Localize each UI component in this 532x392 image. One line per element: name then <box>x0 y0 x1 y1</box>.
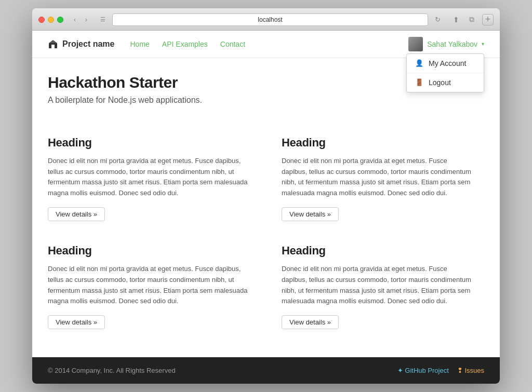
issues-link[interactable]: ❢ Issues <box>457 367 484 374</box>
card-2-text: Donec id elit non mi porta gravida at eg… <box>282 156 474 199</box>
card-1-heading: Heading <box>48 136 250 150</box>
share-button[interactable]: ⬆ <box>450 15 462 25</box>
reader-button[interactable]: ☰ <box>98 15 108 25</box>
hero-subtitle: A boilerplate for Node.js web applicatio… <box>48 96 484 105</box>
address-bar[interactable]: localhost <box>112 13 428 26</box>
nav-home[interactable]: Home <box>130 40 149 48</box>
logout-item[interactable]: 🚪 Logout <box>407 73 484 92</box>
card-2-heading: Heading <box>282 136 474 150</box>
user-menu[interactable]: Sahat Yalkabov ▾ 👤 My Account 🚪 Logout <box>408 37 484 51</box>
dropdown-arrow-icon: ▾ <box>482 41 484 47</box>
card-2-view-details-button[interactable]: View details » <box>282 207 339 221</box>
page-content: Project name Home API Examples Contact S… <box>32 31 500 384</box>
logout-icon: 🚪 <box>415 78 423 86</box>
svg-rect-2 <box>51 45 55 48</box>
nav-links: Home API Examples Contact <box>130 40 408 48</box>
card-1-view-details-button[interactable]: View details » <box>48 207 105 221</box>
nav-api-examples[interactable]: API Examples <box>162 40 208 48</box>
card-4-heading: Heading <box>282 244 474 258</box>
user-name[interactable]: Sahat Yalkabov <box>427 40 477 48</box>
brand-name: Project name <box>62 39 114 49</box>
copyright: © 2014 Company, Inc. All Rights Reserved <box>48 367 176 374</box>
card-4-text: Donec id elit non mi porta gravida at eg… <box>282 264 474 307</box>
forward-button[interactable]: › <box>81 15 91 25</box>
my-account-item[interactable]: 👤 My Account <box>407 54 484 73</box>
user-avatar <box>408 37 423 51</box>
svg-marker-1 <box>49 40 57 43</box>
content-grid: Heading Donec id elit non mi porta gravi… <box>32 115 500 357</box>
back-button[interactable]: ‹ <box>70 15 80 25</box>
card-4-view-details-button[interactable]: View details » <box>282 315 339 329</box>
traffic-lights <box>38 17 63 23</box>
refresh-button[interactable]: ↻ <box>432 15 443 25</box>
tabs-button[interactable]: ⧉ <box>466 15 478 25</box>
url-text: localhost <box>258 16 282 23</box>
footer: © 2014 Company, Inc. All Rights Reserved… <box>32 357 500 384</box>
card-4: Heading Donec id elit non mi porta gravi… <box>266 234 484 342</box>
card-3: Heading Donec id elit non mi porta gravi… <box>48 234 266 342</box>
browser-window: ‹ › ☰ localhost ↻ ⬆ ⧉ + Project name <box>32 8 500 384</box>
user-dropdown-menu: 👤 My Account 🚪 Logout <box>406 53 484 92</box>
minimize-button[interactable] <box>48 17 54 23</box>
card-3-view-details-button[interactable]: View details » <box>48 315 105 329</box>
browser-chrome: ‹ › ☰ localhost ↻ ⬆ ⧉ + <box>32 8 500 31</box>
card-3-text: Donec id elit non mi porta gravida at eg… <box>48 264 250 307</box>
account-icon: 👤 <box>415 59 423 67</box>
browser-nav: ‹ › <box>70 15 91 25</box>
nav-contact[interactable]: Contact <box>220 40 245 48</box>
card-2: Heading Donec id elit non mi porta gravi… <box>266 126 484 234</box>
brand[interactable]: Project name <box>48 39 114 49</box>
maximize-button[interactable] <box>57 17 63 23</box>
card-1: Heading Donec id elit non mi porta gravi… <box>48 126 266 234</box>
footer-links: ✦ GitHub Project ❢ Issues <box>397 367 484 374</box>
my-account-label: My Account <box>429 59 466 67</box>
brand-icon <box>48 39 58 49</box>
avatar-image <box>408 37 423 51</box>
logout-label: Logout <box>429 78 451 87</box>
card-1-text: Donec id elit non mi porta gravida at eg… <box>48 156 250 199</box>
new-tab-button[interactable]: + <box>482 14 494 25</box>
navbar: Project name Home API Examples Contact S… <box>32 31 500 58</box>
close-button[interactable] <box>38 17 45 23</box>
browser-actions: ⬆ ⧉ <box>450 15 478 25</box>
github-project-link[interactable]: ✦ GitHub Project <box>397 367 449 374</box>
card-3-heading: Heading <box>48 244 250 258</box>
